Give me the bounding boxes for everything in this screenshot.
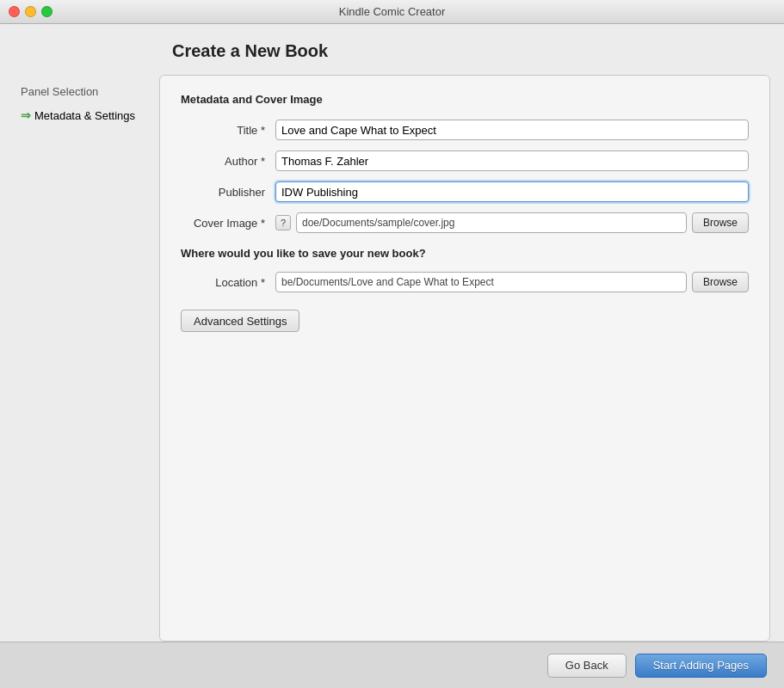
- location-label: Location *: [181, 276, 275, 289]
- close-button[interactable]: [9, 6, 20, 17]
- title-input[interactable]: [275, 120, 749, 140]
- cover-path-display: doe/Documents/sample/cover.jpg: [296, 212, 687, 233]
- cover-browse-button[interactable]: Browse: [692, 212, 749, 233]
- publisher-group: Publisher: [181, 181, 749, 202]
- window-body: Create a New Book Panel Selection ⇒ Meta…: [0, 24, 784, 688]
- content-area: Panel Selection ⇒ Metadata & Settings Me…: [0, 75, 784, 642]
- title-label: Title *: [181, 124, 275, 137]
- go-back-button[interactable]: Go Back: [547, 654, 627, 678]
- advanced-settings-button[interactable]: Advanced Settings: [181, 310, 299, 332]
- sidebar-item-panel-selection[interactable]: Panel Selection: [17, 83, 159, 100]
- active-arrow-icon: ⇒: [21, 108, 31, 122]
- cover-image-group: Cover Image * ? doe/Documents/sample/cov…: [181, 212, 749, 233]
- cover-image-label: Cover Image *: [181, 217, 275, 230]
- author-group: Author *: [181, 150, 749, 171]
- cover-help-button[interactable]: ?: [275, 215, 291, 230]
- minimize-button[interactable]: [25, 6, 36, 17]
- author-input[interactable]: [275, 150, 749, 171]
- location-browse-button[interactable]: Browse: [692, 272, 749, 292]
- author-label: Author *: [181, 155, 275, 168]
- maximize-button[interactable]: [41, 6, 52, 17]
- sidebar: Panel Selection ⇒ Metadata & Settings: [0, 75, 159, 642]
- main-panel: Metadata and Cover Image Title * Author …: [159, 75, 770, 642]
- sidebar-item-metadata-settings[interactable]: ⇒ Metadata & Settings: [17, 107, 159, 124]
- section-divider: Where would you like to save your new bo…: [181, 247, 749, 260]
- page-title: Create a New Book: [0, 24, 784, 75]
- location-path-display: be/Documents/Love and Cape What to Expec…: [275, 272, 687, 292]
- window-controls: [9, 6, 52, 17]
- main-window: Kindle Comic Creator Create a New Book P…: [0, 0, 784, 688]
- publisher-label: Publisher: [181, 186, 275, 199]
- publisher-input[interactable]: [275, 181, 749, 202]
- metadata-section-title: Metadata and Cover Image: [181, 93, 749, 106]
- sidebar-metadata-settings-label: Metadata & Settings: [34, 109, 135, 122]
- sidebar-panel-selection-label: Panel Selection: [21, 85, 98, 98]
- bottom-bar: Go Back Start Adding Pages: [0, 642, 784, 688]
- start-adding-pages-button[interactable]: Start Adding Pages: [635, 654, 767, 678]
- title-group: Title *: [181, 120, 749, 140]
- titlebar: Kindle Comic Creator: [0, 0, 784, 24]
- window-title: Kindle Comic Creator: [339, 5, 446, 18]
- location-group: Location * be/Documents/Love and Cape Wh…: [181, 272, 749, 292]
- save-location-title: Where would you like to save your new bo…: [181, 247, 749, 260]
